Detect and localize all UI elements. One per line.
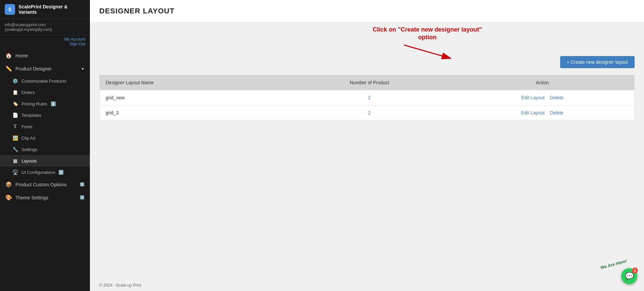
delete-layout-link[interactable]: Delete [550,95,564,100]
sidebar-item-label: Settings [21,147,37,152]
sidebar-item-home[interactable]: 🏠 Home [0,49,90,62]
sidebar-item-label: Theme Settings [15,195,48,200]
info-icon: ℹ️ [80,195,85,200]
layouts-icon: ▦ [12,158,18,163]
account-email: info@scaleupprint.com [5,22,85,27]
table-row: grid_new 2 Edit Layout Delete [100,90,634,105]
ui-configurations-icon: 🖥️ [12,169,18,175]
sidebar-item-label: Fonts [21,124,33,129]
sidebar-item-label: Templates [21,113,41,118]
account-store: (scaleupyt.myshopify.com) [5,27,85,32]
sidebar-item-product-designer[interactable]: ✏️ Product Designer ▼ [0,62,90,75]
orders-icon: 📋 [12,90,18,95]
table-header-row: Designer Layout Name Number of Product A… [100,75,634,90]
sidebar-item-fonts[interactable]: T Fonts [0,121,90,132]
sidebar-item-theme-settings[interactable]: 🎨 Theme Settings ℹ️ [0,191,90,204]
home-icon: 🏠 [5,52,12,59]
theme-settings-icon: 🎨 [5,194,12,201]
product-designer-icon: ✏️ [5,65,12,72]
column-header-action: Action [450,75,634,90]
page-header: DESIGNER LAYOUT [90,0,644,22]
edit-layout-link[interactable]: Edit Layout [521,95,545,100]
sidebar-item-label: Orders [21,90,35,95]
edit-layout-link[interactable]: Edit Layout [521,110,545,115]
account-info: info@scaleupprint.com (scaleupyt.myshopi… [0,19,90,36]
page-content: Click on "Create new designer layout" op… [90,22,644,280]
sign-out-link[interactable]: Sign Out [69,42,85,46]
sidebar-item-orders[interactable]: 📋 Orders [0,87,90,98]
cell-actions: Edit Layout Delete [450,105,634,120]
product-custom-options-icon: 📦 [5,181,12,188]
cell-layout-name: grid_new [100,90,288,105]
sidebar-item-settings[interactable]: 🔧 Settings [0,144,90,155]
sidebar-item-layouts[interactable]: ▦ Layouts [0,155,90,166]
product-count-link[interactable]: 2 [368,110,371,115]
cell-product-count: 2 [288,90,450,105]
chat-button[interactable]: 💬 1 [621,268,637,284]
cell-product-count: 2 [288,105,450,120]
sidebar-item-product-custom-options[interactable]: 📦 Product Custom Options ℹ️ [0,178,90,191]
chat-badge: 1 [632,268,638,274]
templates-icon: 📄 [12,112,18,118]
info-icon: ℹ️ [51,101,56,106]
delete-layout-link[interactable]: Delete [550,110,564,115]
chat-icon: 💬 [625,272,634,281]
sidebar-item-label: Customizable Products [21,79,66,84]
table-header: Designer Layout Name Number of Product A… [100,75,634,90]
sidebar-item-pricing-rules[interactable]: 🏷️ Pricing Rules ℹ️ [0,98,90,109]
table-row: grid_3 2 Edit Layout Delete [100,105,634,120]
settings-icon: 🔧 [12,147,18,152]
create-button-row: + Create new designer layout [99,56,635,68]
account-links: My Account Sign Out [0,36,90,49]
app-logo: S [5,4,15,15]
product-count-link[interactable]: 2 [368,95,371,100]
cell-layout-name: grid_3 [100,105,288,120]
fonts-icon: T [12,124,18,129]
sidebar-item-customizable-products[interactable]: ⚙️ Customizable Products [0,75,90,87]
my-account-link[interactable]: My Account [64,37,85,42]
designer-layout-table: Designer Layout Name Number of Product A… [100,75,634,120]
footer-text: © 2024 - Scale-up Print [99,283,141,288]
sidebar-item-label: Product Custom Options [15,182,67,187]
sidebar: S ScalePrint Designer & Variants info@sc… [0,0,90,291]
page-title: DESIGNER LAYOUT [99,7,635,15]
app-title: ScalePrint Designer & Variants [18,4,85,15]
sidebar-item-clip-art[interactable]: 🖼️ Clip Art [0,132,90,144]
clip-art-icon: 🖼️ [12,135,18,141]
sidebar-header: S ScalePrint Designer & Variants [0,0,90,19]
customizable-products-icon: ⚙️ [12,78,18,84]
sidebar-item-label: Home [15,53,28,58]
designer-layout-table-container: Designer Layout Name Number of Product A… [99,75,635,120]
sidebar-item-ui-configurations[interactable]: 🖥️ UI Configurations ℹ️ [0,166,90,178]
page-footer: © 2024 - Scale-up Print [90,280,644,291]
cell-actions: Edit Layout Delete [450,90,634,105]
create-new-designer-layout-button[interactable]: + Create new designer layout [560,56,635,68]
column-header-products: Number of Product [288,75,450,90]
info-icon: ℹ️ [58,170,64,175]
sidebar-item-label: Pricing Rules [21,101,47,106]
chat-widget: We Are Here! 💬 1 [600,262,637,284]
sidebar-item-label: Layouts [21,158,37,163]
pricing-rules-icon: 🏷️ [12,101,18,106]
info-icon: ℹ️ [80,182,85,187]
annotation-text: Click on "Create new designer layout" op… [373,26,482,42]
sidebar-item-templates[interactable]: 📄 Templates [0,109,90,121]
table-body: grid_new 2 Edit Layout Delete grid_3 2 E… [100,90,634,120]
main-content: DESIGNER LAYOUT Click on "Create new des… [90,0,644,291]
chevron-down-icon: ▼ [81,67,85,71]
column-header-name: Designer Layout Name [100,75,288,90]
sidebar-item-label: Product Designer [15,66,52,71]
sidebar-item-label: UI Configurations [21,170,55,175]
sidebar-item-label: Clip Art [21,136,36,141]
